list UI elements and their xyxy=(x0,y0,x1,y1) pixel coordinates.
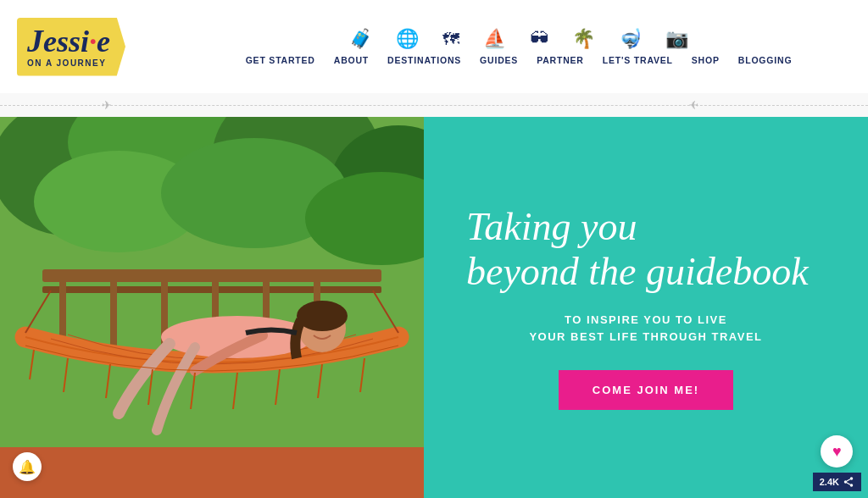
svg-point-22 xyxy=(850,477,854,480)
sailboat-icon[interactable]: ⛵ xyxy=(483,28,506,50)
svg-rect-21 xyxy=(0,447,424,498)
globe-icon[interactable]: 🌐 xyxy=(396,28,419,50)
logo-subtitle: ON A JOURNEY xyxy=(27,58,110,68)
tagline-line2: beyond the guidebook xyxy=(466,250,809,293)
site-header: Jessi·e ON A JOURNEY 🧳 🌐 🗺 ⛵ 🕶 🌴 🤿 📷 GET… xyxy=(0,0,868,93)
cta-button[interactable]: COME JOIN ME! xyxy=(559,370,733,410)
subtitle-line1: TO INSPIRE YOU TO LIVE xyxy=(565,313,727,326)
tagline-main: Taking you beyond the guidebook xyxy=(466,205,826,295)
heart-icon: ♥ xyxy=(832,443,842,461)
sunglasses-icon[interactable]: 🕶 xyxy=(530,28,548,50)
nav-get-started[interactable]: GET STARTED xyxy=(246,55,315,65)
share-count: 2.4K xyxy=(820,477,839,487)
svg-rect-11 xyxy=(110,269,117,354)
svg-point-20 xyxy=(297,301,348,331)
airplane-deco-1: ✈ xyxy=(102,98,112,112)
scuba-icon[interactable]: 🤿 xyxy=(619,28,642,50)
tagline-subtitle: TO INSPIRE YOU TO LIVE YOUR BEST LIFE TH… xyxy=(529,312,762,347)
nav-about[interactable]: ABOUT xyxy=(334,55,369,65)
map-icon[interactable]: 🗺 xyxy=(442,30,459,49)
teal-panel: Taking you beyond the guidebook TO INSPI… xyxy=(424,117,868,498)
logo-background: Jessi·e ON A JOURNEY xyxy=(17,18,125,76)
hero-image: 🔔 xyxy=(0,117,424,498)
nav-shop[interactable]: SHOP xyxy=(692,55,720,65)
svg-line-26 xyxy=(847,479,850,481)
nav-lets-travel[interactable]: LET'S TRAVEL xyxy=(603,55,673,65)
camera-icon[interactable]: 📷 xyxy=(665,28,688,50)
svg-point-24 xyxy=(850,484,854,487)
hero-illustration xyxy=(0,117,424,498)
bell-icon: 🔔 xyxy=(19,459,36,475)
svg-point-23 xyxy=(844,480,848,484)
nav-destinations[interactable]: DESTINATIONS xyxy=(387,55,461,65)
luggage-icon[interactable]: 🧳 xyxy=(349,28,372,50)
nav-blogging[interactable]: BLOGGING xyxy=(738,55,793,65)
island-icon[interactable]: 🌴 xyxy=(572,28,595,50)
notification-bell[interactable]: 🔔 xyxy=(13,452,42,481)
share-widget[interactable]: 2.4K xyxy=(813,473,861,491)
nav-icons-row: 🧳 🌐 🗺 ⛵ 🕶 🌴 🤿 📷 xyxy=(349,28,688,50)
nav-partner[interactable]: PARTNER xyxy=(537,55,584,65)
main-nav: 🧳 🌐 🗺 ⛵ 🕶 🌴 🤿 📷 GET STARTED ABOUT DESTIN… xyxy=(186,28,851,65)
nav-links-row: GET STARTED ABOUT DESTINATIONS GUIDES PA… xyxy=(246,55,793,65)
decorative-line: ✈ ✈ xyxy=(0,93,868,117)
subtitle-line2: YOUR BEST LIFE THROUGH TRAVEL xyxy=(529,330,762,343)
airplane-deco-2: ✈ xyxy=(688,98,698,112)
main-content: 🔔 Taking you beyond the guidebook TO INS… xyxy=(0,117,868,498)
heart-widget[interactable]: ♥ xyxy=(821,435,853,468)
tagline-line1: Taking you xyxy=(466,205,637,248)
svg-line-25 xyxy=(847,483,850,484)
nav-guides[interactable]: GUIDES xyxy=(480,55,518,65)
logo-name: Jessi·e xyxy=(27,25,110,57)
share-icon xyxy=(843,476,854,488)
logo-area: Jessi·e ON A JOURNEY xyxy=(17,18,186,76)
